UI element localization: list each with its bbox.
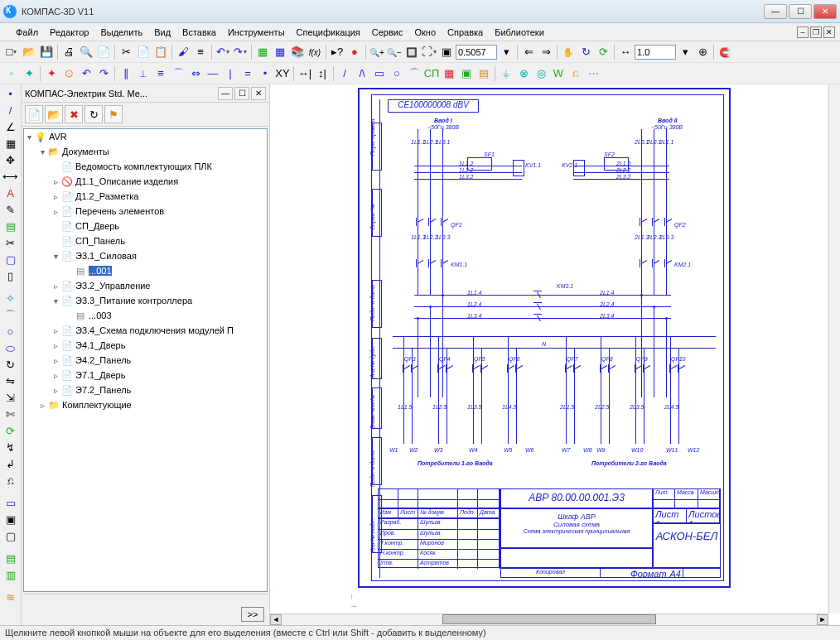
copy-props-button[interactable]: 🖌 [175, 44, 191, 60]
constr-horiz-button[interactable]: — [205, 65, 221, 82]
vt-circle[interactable]: ○ [2, 324, 19, 339]
doc-button[interactable]: 📄 [95, 44, 112, 60]
open-button[interactable] [21, 44, 37, 60]
panel-max-button[interactable]: ☐ [234, 87, 249, 100]
r2-button[interactable]: ↷ [95, 65, 112, 82]
dim2-button[interactable]: ↕| [314, 65, 331, 82]
vt-dim[interactable]: ⟷ [2, 169, 19, 185]
snap1-button[interactable]: ◦ [3, 65, 20, 82]
print-preview-button[interactable] [78, 44, 94, 60]
elec1-button[interactable]: ⏚ [498, 65, 514, 82]
zoomin-button[interactable] [369, 44, 385, 60]
maximize-button[interactable]: ☐ [789, 4, 812, 19]
panel-refresh-button[interactable]: ↻ [84, 105, 103, 123]
project-tree[interactable]: ▾AVR ▾Документы Ведомость комплектующих … [23, 128, 268, 592]
fx-button[interactable] [307, 44, 323, 60]
vt-tbl[interactable]: ▤ [2, 219, 19, 234]
menu-editor[interactable]: Редактор [44, 26, 94, 39]
step-button[interactable] [617, 44, 634, 60]
menu-tools[interactable]: Инструменты [222, 26, 291, 39]
menu-help[interactable]: Справка [442, 26, 489, 39]
canvas[interactable]: СЕ100000008 dBV Перв. примен. Справ. № П… [270, 84, 840, 625]
panel-open-button[interactable]: 📂 [45, 105, 63, 123]
vt-ang[interactable]: ∠ [2, 119, 19, 135]
elec3-button[interactable]: ◎ [533, 65, 549, 82]
constr-vert-button[interactable]: | [222, 65, 239, 82]
arc-button[interactable]: ⌒ [406, 65, 422, 82]
magnet-button[interactable] [717, 44, 733, 60]
spec-obj-button[interactable]: СП [423, 65, 440, 82]
mdi-restore[interactable]: ❐ [810, 26, 822, 38]
spec-button[interactable]: ▦ [254, 44, 271, 60]
properties-button[interactable] [192, 44, 209, 60]
menu-window[interactable]: Окно [408, 26, 442, 39]
vt-snap[interactable]: ✧ [2, 291, 19, 306]
vt-spec1[interactable]: ▤ [2, 551, 19, 566]
vt-layer1[interactable]: ≋ [2, 589, 19, 605]
minimize-button[interactable]: — [764, 4, 787, 19]
menu-libs[interactable]: Библиотеки [489, 26, 550, 39]
step-input[interactable] [635, 45, 676, 60]
prev-view-button[interactable]: ⇐ [520, 44, 537, 60]
new-button[interactable] [3, 44, 20, 60]
print-button[interactable] [60, 44, 77, 60]
vt-frame[interactable]: ▣ [2, 512, 19, 527]
next-view-button[interactable]: ⇒ [538, 44, 554, 60]
elec2-button[interactable]: ⊗ [515, 65, 532, 82]
polyline-button[interactable]: /\ [354, 65, 370, 82]
constr-collin-button[interactable]: ≡ [152, 65, 169, 82]
vt-refresh2[interactable]: ⟳ [2, 423, 19, 439]
vt-offset[interactable]: ⇲ [2, 390, 19, 406]
vt-move[interactable]: ✥ [2, 152, 19, 168]
constr-eq-button[interactable]: = [239, 65, 256, 82]
panel-min-button[interactable]: — [218, 87, 233, 100]
elec-wire-button[interactable]: W [550, 65, 567, 82]
elec-draw-button[interactable]: ⎌ [567, 65, 584, 82]
paste-button[interactable] [152, 44, 169, 60]
constr-perp-button[interactable] [135, 65, 152, 82]
dim-button[interactable]: ↔| [297, 65, 313, 82]
zoomwin-button[interactable] [403, 44, 420, 60]
panel-expand-button[interactable]: >> [241, 607, 264, 622]
vt-cut[interactable]: ✂ [2, 235, 19, 251]
hscrollbar[interactable]: ◄► [270, 614, 828, 625]
vt-sheet2[interactable]: ▢ [2, 528, 19, 544]
vt-text[interactable]: A [2, 185, 19, 201]
step-dropdown[interactable]: ▾ [677, 44, 693, 60]
refresh-button[interactable] [595, 44, 611, 60]
vscrollbar[interactable] [828, 84, 840, 614]
rotate-button[interactable] [577, 44, 594, 60]
redo-button[interactable] [232, 44, 249, 60]
zoom-dropdown[interactable]: ▾ [498, 44, 514, 60]
zoom-sel-button[interactable]: ▣ [438, 44, 455, 60]
snap2-button[interactable]: ✦ [21, 65, 37, 82]
constr-sym-button[interactable]: ⇔ [187, 65, 204, 82]
menu-view[interactable]: Вид [148, 26, 176, 39]
constr-xy-button[interactable]: XY [274, 65, 291, 82]
mdi-close[interactable]: ✕ [823, 26, 835, 38]
whatsthis-button[interactable] [329, 44, 345, 60]
layer-button[interactable]: ▤ [476, 65, 492, 82]
panel-close-button[interactable]: ✕ [251, 87, 266, 100]
mdi-minimize[interactable]: – [797, 26, 809, 38]
menu-insert[interactable]: Вставка [176, 26, 222, 39]
panel-new-button[interactable]: 📄 [25, 105, 43, 123]
stop-button[interactable]: ● [346, 44, 363, 60]
lib-button[interactable]: 📚 [289, 44, 306, 60]
vt-line[interactable]: / [2, 103, 19, 118]
copy-button[interactable] [135, 44, 152, 60]
group-button[interactable]: ▣ [458, 65, 475, 82]
save-button[interactable] [38, 44, 55, 60]
vt-undo2[interactable]: ⎌ [2, 473, 19, 488]
elec-misc-button[interactable]: ⋯ [585, 65, 601, 82]
constr-tan-button[interactable] [170, 65, 186, 82]
vt-y[interactable]: ↲ [2, 456, 19, 472]
circle-button[interactable]: ○ [389, 65, 405, 82]
snap4-button[interactable]: ⊙ [60, 65, 77, 82]
vt-rot[interactable]: ↻ [2, 357, 19, 373]
menu-service[interactable]: Сервис [366, 26, 409, 39]
vt-obj[interactable]: ▢ [2, 252, 19, 267]
spec-obj2-button[interactable]: ▦ [441, 65, 457, 82]
constr-point-button[interactable]: • [257, 65, 273, 82]
panel-settings-button[interactable]: ⚑ [104, 105, 123, 123]
